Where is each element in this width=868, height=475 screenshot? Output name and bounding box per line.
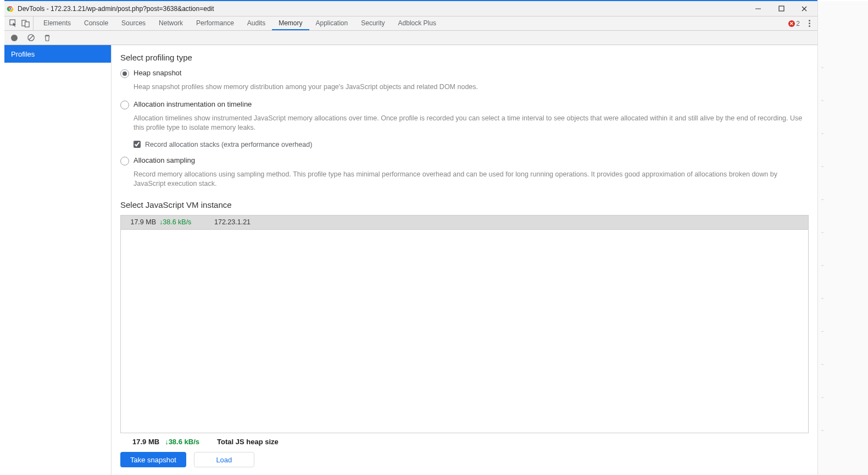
checkbox-input[interactable] bbox=[133, 141, 141, 148]
heap-desc: Heap snapshot profiles show memory distr… bbox=[133, 82, 809, 92]
radio-icon bbox=[120, 157, 129, 165]
svg-rect-9 bbox=[25, 22, 29, 27]
status-rate: ↓38.6 kB/s bbox=[165, 438, 199, 446]
maximize-button[interactable] bbox=[775, 3, 788, 14]
device-toggle-icon[interactable] bbox=[21, 19, 30, 28]
action-buttons: Take snapshot Load bbox=[120, 448, 809, 475]
record-button[interactable] bbox=[10, 34, 19, 42]
delete-button[interactable] bbox=[43, 34, 52, 42]
profiles-sidebar: Profiles bbox=[4, 45, 112, 475]
error-indicator[interactable]: ✕ 2 bbox=[788, 20, 800, 27]
vm-instance-title: Select JavaScript VM instance bbox=[120, 200, 809, 209]
panel-tabs: ElementsConsoleSourcesNetworkPerformance… bbox=[37, 16, 443, 30]
vm-instance-list: 17.9 MB ↓38.6 kB/s 172.23.1.21 bbox=[120, 215, 809, 434]
memory-toolbar bbox=[4, 31, 817, 45]
tab-network[interactable]: Network bbox=[152, 16, 190, 30]
timeline-desc: Allocation timelines show instrumented J… bbox=[133, 114, 809, 133]
take-snapshot-button[interactable]: Take snapshot bbox=[120, 452, 186, 467]
close-button[interactable] bbox=[798, 3, 811, 14]
vm-host: 172.23.1.21 bbox=[198, 218, 251, 226]
sampling-desc: Record memory allocations using sampling… bbox=[133, 170, 809, 189]
heap-status: 17.9 MB ↓38.6 kB/s Total JS heap size bbox=[120, 433, 809, 448]
tab-performance[interactable]: Performance bbox=[190, 16, 241, 30]
svg-line-11 bbox=[29, 36, 33, 40]
radio-allocation-sampling[interactable]: Allocation sampling bbox=[120, 156, 809, 165]
svg-rect-4 bbox=[779, 6, 784, 11]
tab-memory[interactable]: Memory bbox=[272, 16, 309, 30]
minimize-button[interactable] bbox=[752, 3, 765, 14]
body-area: Profiles Select profiling type Heap snap… bbox=[4, 45, 817, 475]
load-button[interactable]: Load bbox=[194, 452, 254, 467]
clear-button[interactable] bbox=[26, 34, 35, 42]
tab-elements[interactable]: Elements bbox=[37, 16, 77, 30]
chrome-icon bbox=[7, 5, 14, 13]
sidebar-item-profiles[interactable]: Profiles bbox=[4, 45, 111, 63]
radio-label: Heap snapshot bbox=[133, 69, 181, 77]
tab-audits[interactable]: Audits bbox=[241, 16, 272, 30]
tab-security[interactable]: Security bbox=[354, 16, 391, 30]
memory-panel: Select profiling type Heap snapshot Heap… bbox=[112, 45, 817, 475]
profiling-type-title: Select profiling type bbox=[120, 53, 809, 62]
more-menu-icon[interactable] bbox=[805, 20, 813, 27]
window-controls bbox=[752, 3, 815, 14]
record-stacks-checkbox[interactable]: Record allocation stacks (extra performa… bbox=[133, 141, 809, 148]
titlebar: DevTools - 172.23.1.21/wp-admin/post.php… bbox=[4, 1, 817, 16]
inspect-icon[interactable] bbox=[9, 19, 18, 28]
error-count: 2 bbox=[796, 20, 800, 27]
tab-console[interactable]: Console bbox=[77, 16, 115, 30]
radio-heap-snapshot[interactable]: Heap snapshot bbox=[120, 69, 809, 78]
radio-allocation-timeline[interactable]: Allocation instrumentation on timeline bbox=[120, 100, 809, 109]
tab-sources[interactable]: Sources bbox=[115, 16, 152, 30]
radio-icon bbox=[120, 101, 129, 109]
error-icon: ✕ bbox=[788, 20, 795, 27]
tab-application[interactable]: Application bbox=[309, 16, 355, 30]
vm-rate: ↓38.6 kB/s bbox=[159, 218, 198, 226]
radio-icon bbox=[120, 69, 129, 78]
checkbox-label: Record allocation stacks (extra performa… bbox=[145, 141, 312, 148]
sidebar-item-label: Profiles bbox=[11, 50, 35, 58]
radio-label: Allocation instrumentation on timeline bbox=[133, 100, 252, 108]
status-label: Total JS heap size bbox=[217, 438, 279, 446]
right-strip bbox=[817, 1, 868, 475]
status-size: 17.9 MB bbox=[132, 438, 159, 446]
devtools-tabbar: ElementsConsoleSourcesNetworkPerformance… bbox=[4, 16, 817, 31]
devtools-window: DevTools - 172.23.1.21/wp-admin/post.php… bbox=[4, 0, 817, 475]
tab-adblock-plus[interactable]: Adblock Plus bbox=[392, 16, 443, 30]
window-title: DevTools - 172.23.1.21/wp-admin/post.php… bbox=[18, 5, 752, 13]
radio-label: Allocation sampling bbox=[133, 156, 195, 164]
vm-size: 17.9 MB bbox=[121, 218, 159, 226]
vm-instance-row[interactable]: 17.9 MB ↓38.6 kB/s 172.23.1.21 bbox=[121, 216, 808, 230]
